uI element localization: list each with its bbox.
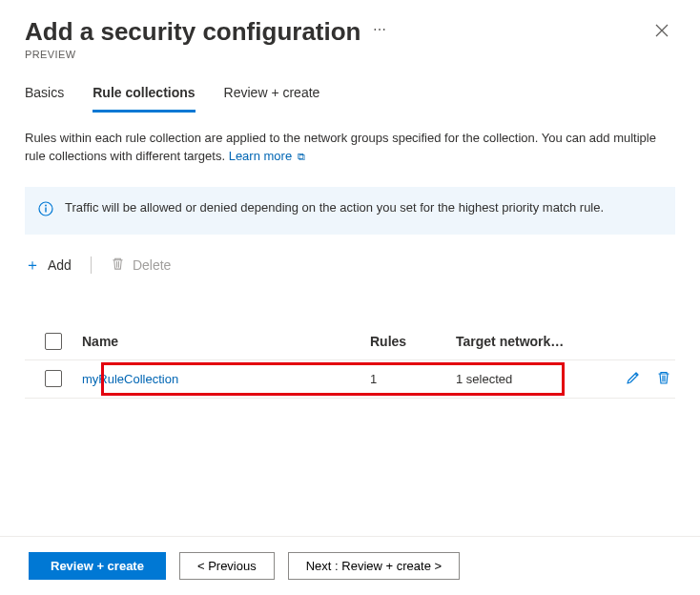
wizard-footer: Review + create < Previous Next : Review…: [0, 536, 700, 595]
tab-basics[interactable]: Basics: [25, 85, 64, 113]
preview-badge: PREVIEW: [25, 49, 649, 60]
col-header-rules[interactable]: Rules: [370, 334, 456, 349]
add-button[interactable]: ＋ Add: [25, 256, 72, 276]
plus-icon: ＋: [25, 256, 40, 276]
previous-button[interactable]: < Previous: [179, 552, 275, 580]
learn-more-link[interactable]: Learn more ⧉: [229, 149, 305, 163]
table-row: myRuleCollection 1 1 selected: [25, 360, 675, 399]
row-checkbox[interactable]: [45, 370, 62, 387]
pencil-icon: [626, 370, 641, 385]
add-label: Add: [48, 257, 72, 273]
tab-bar: Basics Rule collections Review + create: [25, 85, 675, 113]
delete-label: Delete: [133, 257, 171, 273]
trash-icon: [656, 370, 671, 385]
next-button[interactable]: Next : Review + create >: [288, 552, 460, 580]
blade-header: Add a security configuration ⋯ PREVIEW: [25, 17, 675, 60]
review-create-button[interactable]: Review + create: [29, 552, 166, 580]
info-text: Traffic will be allowed or denied depend…: [65, 200, 604, 215]
col-header-name[interactable]: Name: [82, 334, 370, 349]
svg-rect-2: [45, 207, 46, 212]
info-icon: [38, 201, 53, 219]
edit-button[interactable]: [626, 370, 641, 388]
external-link-icon: ⧉: [298, 151, 305, 162]
tab-review-create[interactable]: Review + create: [224, 85, 320, 113]
table-header-row: Name Rules Target network…: [25, 323, 675, 360]
col-header-target[interactable]: Target network…: [456, 334, 589, 349]
delete-row-button[interactable]: [656, 370, 671, 388]
page-title: Add a security configuration: [25, 17, 361, 47]
select-all-checkbox[interactable]: [45, 333, 62, 350]
trash-icon: [111, 256, 125, 274]
more-icon[interactable]: ⋯: [373, 22, 387, 43]
toolbar-separator: [91, 256, 92, 274]
target-networks: 1 selected: [456, 372, 589, 386]
close-button[interactable]: [649, 17, 675, 44]
svg-point-1: [45, 204, 47, 206]
rule-collection-link[interactable]: myRuleCollection: [82, 372, 370, 386]
description-body: Rules within each rule collection are ap…: [25, 131, 656, 163]
toolbar: ＋ Add Delete: [25, 256, 675, 276]
rule-collections-table: Name Rules Target network… myRuleCollect…: [25, 323, 675, 399]
tab-rule-collections[interactable]: Rule collections: [93, 85, 195, 113]
delete-button[interactable]: Delete: [111, 256, 171, 274]
info-callout: Traffic will be allowed or denied depend…: [25, 187, 675, 235]
rules-count: 1: [370, 372, 456, 386]
close-icon: [655, 24, 669, 37]
description-text: Rules within each rule collection are ap…: [25, 130, 675, 166]
